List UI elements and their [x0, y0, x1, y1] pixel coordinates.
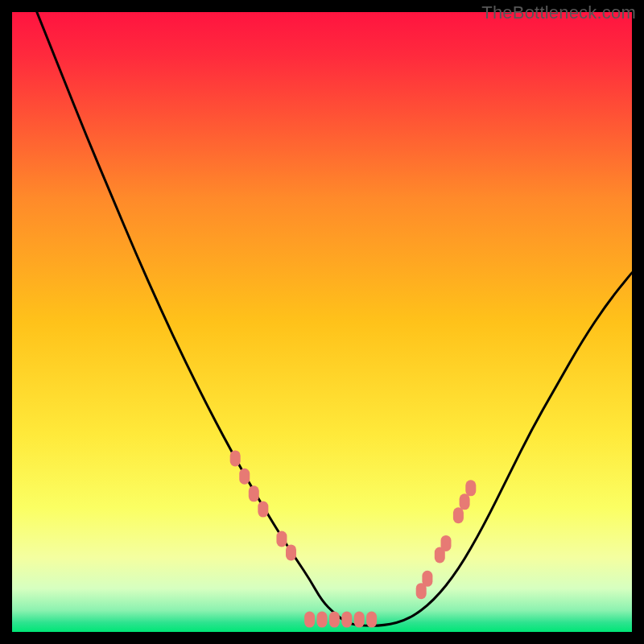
curve-marker [249, 485, 259, 502]
curve-marker [366, 612, 377, 628]
curve-marker [230, 450, 241, 466]
watermark-label: TheBottleneck.com [481, 2, 636, 23]
plot-area [12, 12, 632, 632]
gradient-background [12, 12, 632, 632]
curve-marker [317, 612, 328, 628]
curve-marker [422, 571, 432, 587]
curve-marker [276, 531, 287, 547]
curve-marker [258, 502, 268, 518]
curve-marker [441, 535, 452, 551]
chart-frame: TheBottleneck.com [0, 0, 644, 644]
curve-marker [304, 612, 315, 628]
curve-marker [239, 469, 250, 485]
curve-marker [329, 612, 340, 628]
bottleneck-chart [12, 12, 632, 632]
curve-marker [453, 507, 464, 523]
curve-marker [286, 544, 296, 560]
curve-marker [465, 480, 476, 496]
curve-marker [460, 493, 470, 510]
curve-marker [354, 612, 365, 628]
curve-marker [341, 612, 352, 628]
